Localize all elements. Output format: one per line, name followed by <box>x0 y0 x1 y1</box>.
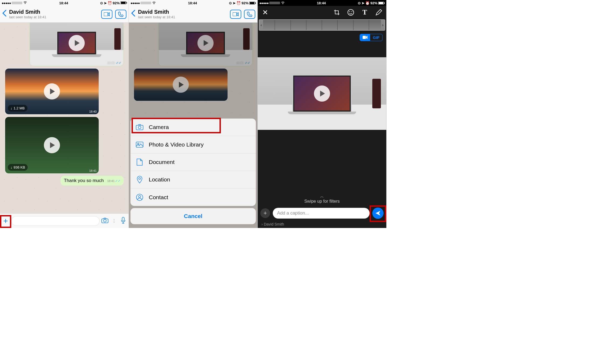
recipient-chip[interactable]: › David Smith <box>258 221 386 228</box>
camera-icon <box>136 124 143 130</box>
back-button[interactable] <box>2 10 6 19</box>
send-button[interactable] <box>372 208 384 219</box>
svg-rect-13 <box>136 142 143 147</box>
svg-point-22 <box>349 11 350 12</box>
svg-rect-10 <box>233 12 237 16</box>
svg-rect-1 <box>121 2 125 4</box>
voice-call-button[interactable] <box>115 10 126 19</box>
play-icon[interactable] <box>314 85 330 102</box>
sheet-camera[interactable]: Camera <box>130 119 256 136</box>
svg-rect-8 <box>250 2 254 4</box>
message-input[interactable] <box>11 216 100 226</box>
video-call-button[interactable] <box>101 10 112 19</box>
location-pin-icon <box>136 176 143 183</box>
chat-messages[interactable]: ➦ 18:36 ✓✓ ↓ 1.2 MB 18:40 ↓ 936 KB 18:41 <box>0 23 129 213</box>
svg-point-12 <box>138 126 141 129</box>
svg-rect-20 <box>384 2 385 4</box>
signal-dots: ●●●●● <box>2 1 11 5</box>
svg-point-14 <box>138 143 139 145</box>
svg-point-23 <box>352 11 352 12</box>
message-video-sent[interactable]: ➦ 18:36 ✓✓ <box>30 23 124 66</box>
location-arrow-icon: ➤ <box>104 1 107 5</box>
caption-input[interactable]: Add a caption... <box>273 208 370 219</box>
voice-call-button[interactable] <box>244 10 255 19</box>
battery-pct: 92% <box>113 1 120 5</box>
sheet-document[interactable]: Document <box>130 154 256 171</box>
sheet-location[interactable]: Location <box>130 171 256 188</box>
navigation-bar: David Smith last seen today at 18:41 <box>0 6 129 23</box>
video-gif-toggle[interactable]: GIF <box>360 34 383 41</box>
svg-rect-3 <box>104 12 108 16</box>
svg-rect-24 <box>363 36 366 39</box>
video-call-button[interactable] <box>230 10 241 19</box>
document-icon <box>136 159 143 166</box>
screen-video-editor: ●●●●● 18:44 ⊙➤⏰92% ✕ T ‹ › GIF ︿ Swipe u… <box>258 0 387 228</box>
download-badge[interactable]: ↓ 1.2 MB <box>8 105 27 112</box>
input-toolbar: + ⋮ <box>0 213 129 228</box>
battery-icon <box>121 1 127 5</box>
svg-point-15 <box>139 178 141 180</box>
svg-point-17 <box>139 195 141 198</box>
status-bar: ●●●●● 18:44 ⊙➤⏰92% <box>258 0 386 6</box>
contact-icon <box>136 194 143 201</box>
screen-action-sheet: ●●●●● 18:44 ⊙➤⏰92% David Smith last seen… <box>129 0 258 228</box>
play-icon[interactable] <box>69 35 85 51</box>
swipe-hint: Swipe up for filters <box>258 199 386 205</box>
attach-button[interactable]: + <box>2 216 10 226</box>
close-button[interactable]: ✕ <box>261 9 269 16</box>
message-video-received[interactable]: ↓ 1.2 MB 18:40 <box>5 68 99 115</box>
status-bar: ●●●●● 18:44 ⊙ ➤ ⏰ 92% <box>0 0 129 6</box>
back-button[interactable] <box>131 10 135 19</box>
play-icon[interactable] <box>44 83 60 99</box>
navigation-bar: David Smith last seen today at 18:41 <box>129 6 257 23</box>
chevron-up-icon: ︿ <box>258 194 386 199</box>
svg-point-5 <box>104 219 106 222</box>
attachment-sheet: Camera Photo & Video Library Document Lo… <box>130 119 256 226</box>
gif-mode[interactable]: GIF <box>370 34 382 41</box>
draw-icon[interactable] <box>375 9 383 16</box>
video-preview[interactable] <box>258 57 386 130</box>
mic-button[interactable] <box>119 217 127 225</box>
contact-name: David Smith <box>9 9 101 15</box>
sheet-photo-library[interactable]: Photo & Video Library <box>130 136 256 154</box>
chat-messages: 18:36 ✓✓ Camera Photo & Video Library Do… <box>129 23 257 228</box>
camera-button[interactable] <box>101 218 109 224</box>
sheet-contact[interactable]: Contact <box>130 188 256 206</box>
sheet-cancel[interactable]: Cancel <box>130 208 256 224</box>
status-time: 18:44 <box>59 1 68 5</box>
emoji-icon[interactable] <box>347 9 355 16</box>
more-icon[interactable]: ⋮ <box>110 218 118 223</box>
video-mode[interactable] <box>360 34 370 41</box>
chat-header[interactable]: David Smith last seen today at 18:41 <box>9 9 101 19</box>
photo-icon <box>136 142 143 148</box>
trim-handle-left[interactable]: ‹ <box>259 20 263 30</box>
chat-header[interactable]: David Smith last seen today at 18:41 <box>138 9 230 19</box>
caption-bar: + Add a caption... <box>258 205 386 221</box>
add-media-button[interactable]: + <box>260 208 270 218</box>
wifi-icon <box>23 1 27 5</box>
svg-rect-6 <box>122 217 124 221</box>
status-bar: ●●●●● 18:44 ⊙➤⏰92% <box>129 0 257 6</box>
play-icon[interactable] <box>44 137 60 153</box>
svg-point-21 <box>348 9 354 15</box>
svg-rect-19 <box>378 2 383 4</box>
video-trim-bar[interactable]: ‹ › <box>259 19 385 31</box>
alarm-icon: ⏰ <box>108 1 112 5</box>
svg-rect-2 <box>126 2 127 3</box>
trim-handle-right[interactable]: › <box>381 20 385 30</box>
message-video-received[interactable]: ↓ 936 KB 18:41 <box>5 117 99 174</box>
svg-rect-9 <box>255 2 256 4</box>
message-text-sent[interactable]: Thank you so much 18:41✓✓ <box>61 176 124 185</box>
last-seen: last seen today at 18:41 <box>9 15 101 19</box>
text-icon[interactable]: T <box>361 9 369 16</box>
editor-toolbar: ✕ T <box>258 6 386 19</box>
lock-icon: ⊙ <box>100 1 103 5</box>
crop-icon[interactable] <box>333 9 341 16</box>
screen-chat: ●●●●● 18:44 ⊙ ➤ ⏰ 92% David Smith last s… <box>0 0 129 228</box>
download-badge[interactable]: ↓ 936 KB <box>8 164 28 171</box>
